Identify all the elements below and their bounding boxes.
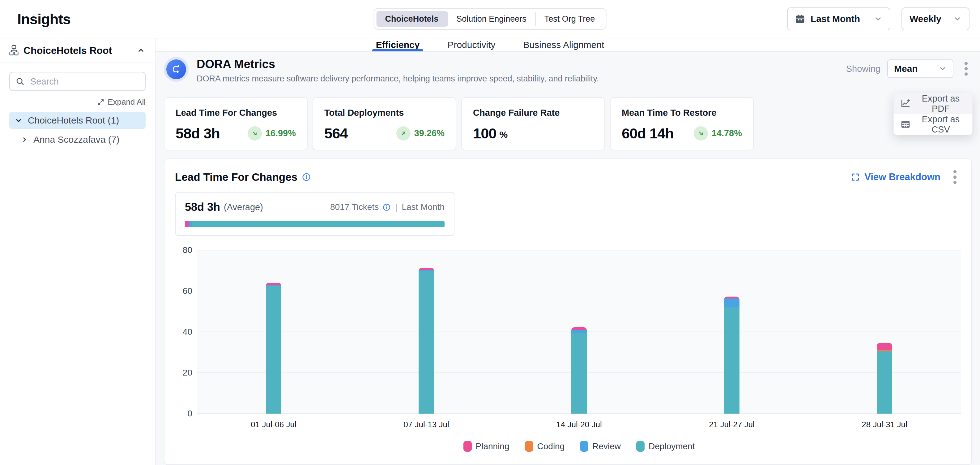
dora-section-icon [164, 57, 189, 82]
metric-value: 58d 3h [176, 125, 220, 142]
phase-segment-review [189, 221, 192, 227]
trend-delta: 39.26% [414, 128, 445, 138]
y-tick-label: 20 [183, 368, 192, 378]
legend-label: Review [592, 441, 621, 451]
metric-title: Total Deployments [324, 108, 445, 118]
stacked-bar-3[interactable] [571, 327, 587, 414]
dora-header: DORA Metrics DORA metrics measure softwa… [164, 57, 972, 83]
dora-kebab-menu-button[interactable] [960, 59, 972, 78]
chart-kebab-menu-button[interactable] [949, 168, 961, 186]
sidebar-collapse-button[interactable] [136, 46, 146, 55]
gridline-60 [197, 291, 961, 291]
tab-efficiency[interactable]: Efficiency [372, 38, 423, 51]
tree-node-choicehotels-root[interactable]: ChoiceHotels Root (1) [9, 112, 146, 129]
metric-value: 60d 14h [622, 125, 674, 142]
metric-tabs: Efficiency Productivity Business Alignme… [156, 38, 980, 52]
date-range-value: Last Month [811, 14, 860, 24]
insights-page: Insights ChoiceHotels Solution Engineers… [0, 0, 980, 465]
expand-all-icon [97, 99, 105, 106]
legend-item-review[interactable]: Review [580, 441, 621, 452]
legend-label: Coding [537, 441, 565, 451]
x-tick-label: 07 Jul-13 Jul [403, 420, 449, 430]
metric-card-lead-time: Lead Time For Changes 58d 3h 16.99% [164, 97, 308, 150]
dora-description: DORA metrics measure software delivery p… [197, 74, 599, 83]
bar-segment-review [724, 299, 740, 307]
chart-title: Lead Time For Changes [175, 171, 298, 183]
chart-export-icon [900, 99, 910, 109]
chevron-down-icon [953, 15, 961, 23]
export-pdf-menu-item[interactable]: Export as PDF [894, 93, 972, 114]
org-tab-test-org-tree[interactable]: Test Org Tree [536, 11, 604, 27]
chevron-down-icon [14, 116, 23, 125]
stacked-bar-1[interactable] [266, 283, 281, 414]
aggregation-select[interactable]: Mean [887, 59, 953, 78]
stacked-bar-5[interactable] [877, 343, 892, 414]
expand-all-button[interactable]: Expand All [97, 97, 146, 107]
org-tab-solution-engineers[interactable]: Solution Engineers [448, 11, 535, 27]
org-switcher: ChoiceHotels Solution Engineers Test Org… [374, 8, 606, 30]
tree-node-label: ChoiceHotels Root (1) [28, 115, 119, 126]
bar-segment-planning [571, 327, 587, 330]
lead-time-bar-chart: 020406080 [175, 250, 961, 414]
legend-swatch [463, 441, 472, 452]
stacked-bar-4[interactable] [724, 297, 740, 414]
top-bar-controls: Last Month Weekly [787, 8, 969, 30]
search-input[interactable] [9, 72, 146, 91]
search-icon [16, 77, 25, 86]
info-icon[interactable] [382, 203, 391, 211]
export-csv-menu-item[interactable]: Export as CSV [894, 114, 972, 135]
view-breakdown-button[interactable]: View Breakdown [851, 171, 940, 183]
y-tick-label: 80 [183, 245, 192, 255]
chevron-down-icon [939, 65, 947, 73]
legend-item-coding[interactable]: Coding [525, 441, 565, 452]
average-summary-box: 58d 3h (Average) 8017 Tickets | Last Mon… [175, 192, 455, 236]
average-qualifier: (Average) [224, 202, 263, 213]
metric-value: 564 [324, 125, 347, 142]
metric-title: Mean Time To Restore [622, 108, 742, 118]
sidebar-search [9, 72, 146, 91]
tree-node-anna-scozzafava[interactable]: Anna Scozzafava (7) [9, 131, 146, 148]
metric-title: Change Failure Rate [473, 108, 593, 118]
export-menu: Export as PDF Export as CSV [893, 93, 972, 135]
y-tick-label: 60 [183, 286, 192, 296]
metric-title: Lead Time For Changes [176, 108, 296, 118]
trend-up-icon [396, 126, 410, 141]
page-title: Insights [18, 11, 70, 27]
gridline-80 [197, 250, 961, 251]
trend-badge: 16.99% [248, 126, 296, 141]
sidebar-header: ChoiceHotels Root [0, 38, 155, 63]
expand-all-label: Expand All [108, 97, 146, 107]
tab-productivity[interactable]: Productivity [444, 38, 499, 51]
chart-legend: PlanningCodingReviewDeployment [197, 441, 961, 452]
org-tab-choicehotels[interactable]: ChoiceHotels [377, 11, 447, 27]
menu-item-label: Export as CSV [916, 114, 966, 135]
legend-item-planning[interactable]: Planning [463, 441, 509, 452]
stacked-bar-2[interactable] [418, 268, 434, 414]
metric-card-change-failure-rate: Change Failure Rate 100 % [461, 97, 605, 150]
calendar-icon [795, 14, 805, 24]
bar-segment-deployment [571, 333, 587, 414]
granularity-select[interactable]: Weekly [902, 8, 969, 30]
table-icon [900, 120, 910, 129]
trend-delta: 16.99% [266, 128, 296, 138]
info-icon[interactable] [302, 173, 311, 182]
expand-corners-icon [851, 173, 860, 182]
legend-item-deployment[interactable]: Deployment [636, 441, 695, 452]
metric-card-total-deployments: Total Deployments 564 39.26% [313, 97, 456, 150]
dora-title: DORA Metrics [197, 58, 599, 71]
phase-distribution-bar [185, 221, 445, 227]
date-range-select[interactable]: Last Month [787, 8, 890, 30]
tickets-count: 8017 Tickets [330, 202, 379, 212]
tab-business-alignment[interactable]: Business Alignment [519, 38, 608, 51]
y-tick-label: 0 [187, 409, 192, 419]
bar-segment-review [571, 330, 587, 333]
legend-label: Deployment [649, 441, 695, 451]
top-bar: Insights ChoiceHotels Solution Engineers… [0, 0, 980, 38]
bar-segment-planning [418, 268, 434, 270]
x-tick-label: 01 Jul-06 Jul [251, 420, 296, 430]
x-tick-label: 14 Jul-20 Jul [556, 420, 601, 430]
org-tree-icon [9, 45, 19, 56]
metric-card-mean-time-to-restore: Mean Time To Restore 60d 14h 14.78% [610, 97, 754, 150]
bar-segment-planning [877, 343, 892, 350]
main-area: Efficiency Productivity Business Alignme… [156, 38, 980, 465]
